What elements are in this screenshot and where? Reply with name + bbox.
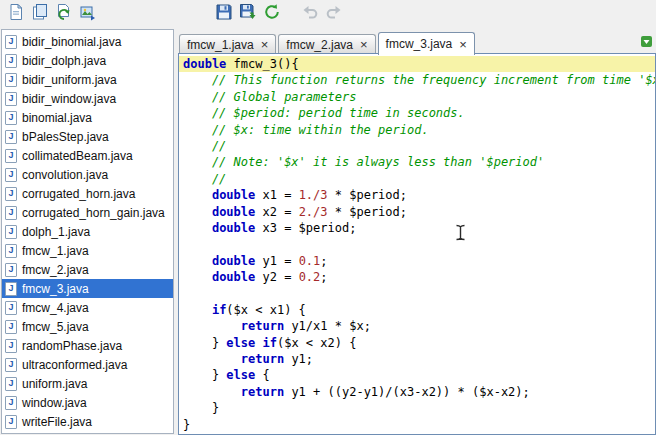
- code-token: 2./3: [299, 205, 328, 219]
- code-token: // Note: '$x' it is always less than '$p…: [183, 155, 544, 169]
- file-item-fmcw_3[interactable]: Jfmcw_3.java: [2, 279, 173, 298]
- file-item-corrugated_horn[interactable]: Jcorrugated_horn.java: [2, 184, 173, 203]
- code-area: double fmcw_3(){ // This function return…: [179, 56, 655, 433]
- code-line[interactable]: }: [179, 417, 655, 433]
- code-line[interactable]: }: [179, 400, 655, 416]
- save-button[interactable]: [212, 3, 235, 26]
- toolbar-edit-group: [212, 3, 346, 26]
- undo-button[interactable]: [298, 3, 321, 26]
- code-line[interactable]: [179, 236, 655, 252]
- tab-close-icon[interactable]: ×: [261, 38, 269, 51]
- file-item-bidir_window[interactable]: Jbidir_window.java: [2, 89, 173, 108]
- editor-pane: fmcw_1.java×fmcw_2.java×fmcw_3.java× dou…: [178, 30, 656, 435]
- code-token: }: [183, 401, 219, 415]
- reload-file-button[interactable]: [52, 3, 75, 26]
- code-line[interactable]: //: [179, 171, 655, 187]
- code-line[interactable]: return y1;: [179, 351, 655, 367]
- file-item-dolph_1[interactable]: Jdolph_1.java: [2, 222, 173, 241]
- open-file-icon: [31, 3, 49, 25]
- code-line[interactable]: // $period: period time in seconds.: [179, 105, 655, 121]
- java-file-icon: J: [5, 263, 17, 277]
- code-line[interactable]: return y1 + ((y2-y1)/(x3-x2)) * ($x-x2);: [179, 384, 655, 400]
- java-file-icon: J: [5, 73, 17, 87]
- code-token: {: [255, 368, 269, 382]
- file-item-bPalesStep[interactable]: JbPalesStep.java: [2, 127, 173, 146]
- file-item-corrugated_horn_gain[interactable]: Jcorrugated_horn_gain.java: [2, 203, 173, 222]
- tab-fmcw_3[interactable]: fmcw_3.java×: [378, 32, 475, 55]
- code-line[interactable]: double x2 = 2./3 * $period;: [179, 204, 655, 220]
- tab-overflow-button[interactable]: [639, 35, 654, 50]
- redo-button[interactable]: [322, 3, 345, 26]
- code-line[interactable]: //: [179, 138, 655, 154]
- new-file-icon: [7, 3, 25, 25]
- tab-close-icon[interactable]: ×: [459, 38, 467, 51]
- undo-icon: [301, 3, 319, 25]
- code-line[interactable]: // Note: '$x' it is always less than '$p…: [179, 154, 655, 170]
- code-token: return: [241, 319, 284, 333]
- file-item-collimatedBeam[interactable]: JcollimatedBeam.java: [2, 146, 173, 165]
- tab-fmcw_1[interactable]: fmcw_1.java×: [179, 34, 276, 54]
- open-file-button[interactable]: [28, 3, 51, 26]
- tab-close-icon[interactable]: ×: [360, 38, 368, 51]
- toolbar-file-group: [4, 3, 100, 26]
- save-as-button[interactable]: [236, 3, 259, 26]
- file-item-binomial[interactable]: Jbinomial.java: [2, 108, 173, 127]
- file-list-panel: Jbidir_binomial.javaJbidir_dolph.javaJbi…: [1, 29, 174, 434]
- file-item-bidir_uniform[interactable]: Jbidir_uniform.java: [2, 70, 173, 89]
- code-token: // Global parameters: [183, 90, 356, 104]
- code-line[interactable]: // This function returns the frequency i…: [179, 72, 655, 88]
- code-line[interactable]: double x1 = 1./3 * $period;: [179, 187, 655, 203]
- tab-strip: fmcw_1.java×fmcw_2.java×fmcw_3.java×: [178, 30, 656, 54]
- code-line[interactable]: double y2 = 0.2;: [179, 269, 655, 285]
- file-item-randomPhase[interactable]: JrandomPhase.java: [2, 336, 173, 355]
- code-token: [183, 188, 212, 202]
- file-item-ultraconformed[interactable]: Jultraconformed.java: [2, 355, 173, 374]
- code-token: [183, 270, 212, 284]
- java-file-icon: J: [5, 168, 17, 182]
- file-list: Jbidir_binomial.javaJbidir_dolph.javaJbi…: [2, 32, 173, 431]
- file-item-fmcw_4[interactable]: Jfmcw_4.java: [2, 298, 173, 317]
- code-line[interactable]: } else {: [179, 367, 655, 383]
- code-token: x2 =: [255, 205, 298, 219]
- code-editor[interactable]: double fmcw_3(){ // This function return…: [178, 53, 656, 435]
- file-name: binomial.java: [22, 111, 92, 125]
- file-item-window[interactable]: Jwindow.java: [2, 393, 173, 412]
- code-token: [255, 336, 262, 350]
- code-line[interactable]: double fmcw_3(){: [179, 56, 655, 72]
- code-line[interactable]: // $x: time within the period.: [179, 122, 655, 138]
- code-token: // $x: time within the period.: [183, 123, 429, 137]
- file-name: fmcw_2.java: [22, 263, 89, 277]
- file-item-writeFile[interactable]: JwriteFile.java: [2, 412, 173, 431]
- code-token: fmcw_3(){: [226, 57, 298, 71]
- file-name: corrugated_horn_gain.java: [22, 206, 165, 220]
- tab-label: fmcw_1.java: [187, 38, 254, 52]
- new-file-button[interactable]: [4, 3, 27, 26]
- file-item-fmcw_1[interactable]: Jfmcw_1.java: [2, 241, 173, 260]
- file-item-uniform[interactable]: Juniform.java: [2, 374, 173, 393]
- file-name: convolution.java: [22, 168, 108, 182]
- file-item-bidir_binomial[interactable]: Jbidir_binomial.java: [2, 32, 173, 51]
- java-file-icon: J: [5, 54, 17, 68]
- code-token: y1 =: [255, 254, 298, 268]
- java-file-icon: J: [5, 187, 17, 201]
- refresh-button[interactable]: [260, 3, 283, 26]
- refresh-icon: [263, 3, 281, 25]
- reload-file-icon: [55, 3, 73, 25]
- file-item-convolution[interactable]: Jconvolution.java: [2, 165, 173, 184]
- code-line[interactable]: [179, 285, 655, 301]
- java-file-icon: J: [5, 35, 17, 49]
- code-line[interactable]: } else if($x < x2) {: [179, 335, 655, 351]
- file-item-fmcw_5[interactable]: Jfmcw_5.java: [2, 317, 173, 336]
- tab-label: fmcw_3.java: [386, 37, 453, 51]
- save-as-icon: [239, 3, 257, 25]
- file-item-bidir_dolph[interactable]: Jbidir_dolph.java: [2, 51, 173, 70]
- file-item-fmcw_2[interactable]: Jfmcw_2.java: [2, 260, 173, 279]
- code-token: }: [183, 368, 226, 382]
- code-line[interactable]: double x3 = $period;: [179, 220, 655, 236]
- export-file-button[interactable]: [76, 3, 99, 26]
- code-line[interactable]: if($x < x1) {: [179, 302, 655, 318]
- code-line[interactable]: return y1/x1 * $x;: [179, 318, 655, 334]
- tab-fmcw_2[interactable]: fmcw_2.java×: [278, 34, 375, 54]
- code-line[interactable]: // Global parameters: [179, 89, 655, 105]
- code-line[interactable]: double y1 = 0.1;: [179, 253, 655, 269]
